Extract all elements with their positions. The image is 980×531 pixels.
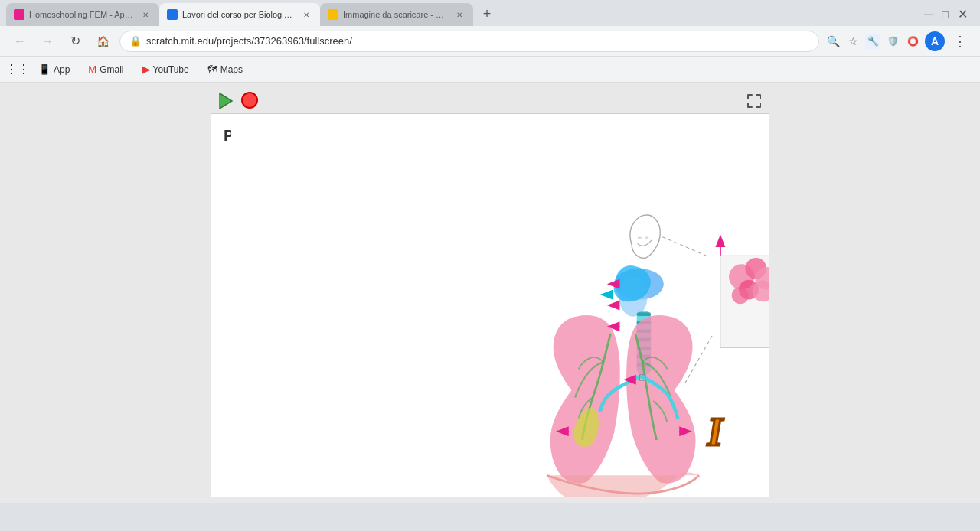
extension2-icon[interactable]: 🛡️ [885,34,900,49]
tab1-close[interactable]: ✕ [139,8,152,21]
menu-button[interactable]: ⋮ [949,31,971,52]
scratch-control-buttons [217,92,258,110]
tab1-label: Homeschooling FEM - Apparato... [29,10,135,19]
bookmark-gmail[interactable]: M Gmail [82,60,129,78]
anatomy-illustration [211,114,769,497]
maps-label: Maps [220,64,243,75]
tab2-favicon [167,9,178,20]
back-button[interactable]: ← [9,31,31,52]
bookmark-maps[interactable]: 🗺 Maps [201,60,249,78]
lens-icon[interactable]: 🔍 [825,34,841,49]
green-flag-button[interactable] [217,92,235,110]
youtube-label: YouTube [153,64,189,75]
tab2-label: Lavori del corso per Biologia in... [182,10,296,19]
bookmark-youtube[interactable]: ▶ YouTube [136,60,195,78]
gmail-icon: M [88,64,96,75]
tab3-label: Immagine da scaricare - Google ... [343,10,449,19]
home-button[interactable]: 🏠 [92,31,113,52]
extension1-icon[interactable]: 🔧 [865,34,880,49]
reload-button[interactable]: ↻ [64,31,86,52]
extension3-icon[interactable]: ⭕ [905,34,920,49]
gmail-label: Gmail [100,64,123,75]
tab-3[interactable]: Immagine da scaricare - Google ... ✕ [320,3,473,26]
content-area: Punteggio 0 [0,83,980,503]
fullscreen-button[interactable] [745,92,763,110]
app-label: App [54,64,70,75]
maximize-button[interactable]: □ [942,8,949,21]
profile-avatar[interactable]: A [925,31,945,51]
tab-bar: Homeschooling FEM - Apparato... ✕ Lavori… [0,0,980,26]
stop-button[interactable] [241,92,258,109]
svg-point-15 [638,236,642,239]
tab-2[interactable]: Lavori del corso per Biologia in... ✕ [159,3,320,26]
address-bar[interactable]: 🔒 scratch.mit.edu/projects/373263963/ful… [119,31,819,52]
address-bar-row: ← → ↻ 🏠 🔒 scratch.mit.edu/projects/37326… [0,26,980,57]
apps-grid-icon[interactable]: ⋮⋮ [9,61,26,78]
svg-point-43 [732,287,749,304]
tab2-close[interactable]: ✕ [300,8,312,21]
bookmarks-bar: ⋮⋮ 📱 App M Gmail ▶ YouTube 🗺 Maps [0,57,980,83]
tab-1[interactable]: Homeschooling FEM - Apparato... ✕ [6,3,159,26]
svg-point-16 [645,236,649,239]
scratch-controls [211,89,769,113]
bookmark-app[interactable]: 📱 App [32,60,76,78]
svg-rect-7 [637,312,652,316]
address-bar-icons: 🔍 ☆ 🔧 🛡️ ⭕ A ⋮ [825,31,971,52]
app-icon: 📱 [38,64,51,75]
address-text: scratch.mit.edu/projects/373263963/fulls… [146,35,352,47]
star-icon[interactable]: ☆ [845,34,861,49]
maps-icon: 🗺 [207,64,217,75]
tab1-favicon [14,9,24,20]
tab3-favicon [328,9,338,20]
new-tab-button[interactable]: + [476,3,498,24]
svg-marker-0 [220,93,232,109]
youtube-icon: ▶ [142,64,150,75]
tab3-close[interactable]: ✕ [453,8,466,21]
scratch-stage: Punteggio 0 [211,113,769,497]
forward-button[interactable]: → [37,31,58,52]
minimize-button[interactable]: ─ [924,8,933,21]
close-button[interactable]: ✕ [958,7,968,21]
cursor-ibeam: I [707,409,723,454]
lock-icon: 🔒 [129,35,142,47]
